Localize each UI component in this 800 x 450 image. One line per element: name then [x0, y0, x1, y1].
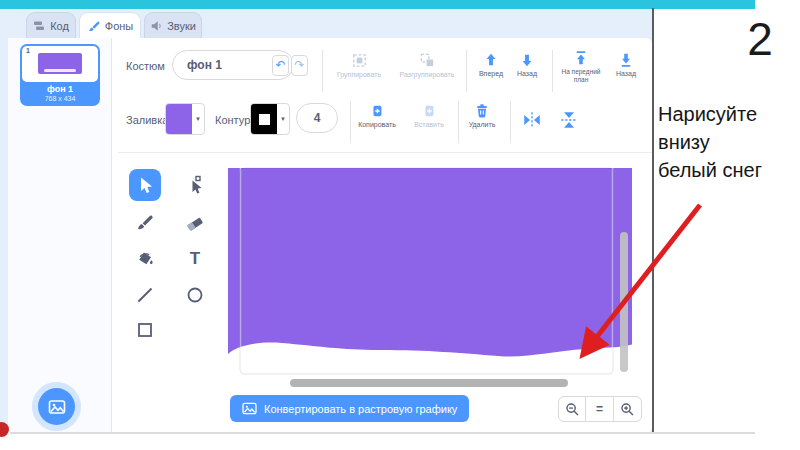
note-line-2: внизу: [658, 128, 798, 156]
fill-label: Заливка: [126, 114, 168, 126]
undo-button[interactable]: ↶: [272, 55, 289, 76]
flip-vertical-button[interactable]: [556, 108, 582, 134]
ungroup-label: Разгруппировать: [400, 71, 455, 79]
divider: [322, 50, 323, 92]
rectangle-icon: [135, 320, 155, 340]
backdrop-size: 768 x 434: [22, 94, 98, 103]
copy-icon: [369, 103, 385, 119]
bring-to-front-label: На передний план: [558, 68, 604, 83]
note-line-3: белый снег: [658, 156, 798, 184]
divider: [350, 101, 351, 143]
zoom-in-button[interactable]: [613, 396, 642, 422]
backdrop-thumbnail-image: [38, 53, 82, 74]
copy-label: Копировать: [358, 121, 396, 129]
paintbrush-icon: [87, 20, 100, 33]
brush-tool[interactable]: [129, 207, 161, 239]
convert-to-bitmap-label: Конвертировать в растровую графику: [264, 403, 457, 415]
send-to-back-button[interactable]: Назад: [606, 52, 646, 78]
backdrop-name: фон 1: [22, 84, 98, 94]
delete-button[interactable]: Удалить: [462, 103, 502, 129]
divider: [510, 101, 511, 143]
eraser-icon: [185, 213, 205, 233]
backdrop-image-icon: [48, 399, 66, 415]
group-button[interactable]: Группировать: [332, 52, 386, 79]
backdrop-list-item[interactable]: 1 фон 1 768 x 434: [20, 44, 100, 106]
bitmap-image-icon: [242, 402, 257, 415]
costume-label: Костюм: [126, 60, 165, 72]
backward-button[interactable]: Назад: [508, 52, 546, 78]
trash-icon: [474, 103, 490, 119]
zoom-in-icon: [620, 402, 635, 417]
paste-label: Вставить: [414, 121, 444, 129]
note-line-1: Нарисуйте: [658, 100, 798, 128]
eraser-tool[interactable]: [179, 207, 211, 239]
arrow-up-icon: [483, 52, 499, 68]
zoom-reset-button[interactable]: =: [585, 396, 614, 422]
paste-button[interactable]: Вставить: [406, 103, 452, 129]
tab-backdrops-label: Фоны: [105, 20, 133, 32]
screenshot-bottom-edge: [10, 432, 755, 434]
thumbnail-snow-strip: [44, 69, 76, 72]
zoom-out-button[interactable]: [558, 396, 587, 422]
ungroup-icon: [419, 52, 436, 69]
convert-to-bitmap-button[interactable]: Конвертировать в растровую графику: [230, 395, 469, 422]
select-tool[interactable]: [129, 169, 161, 201]
paint-canvas[interactable]: [228, 163, 632, 392]
stroke-width-input[interactable]: [296, 103, 338, 133]
delete-label: Удалить: [469, 121, 496, 129]
toolbar-bottom-divider: [118, 152, 652, 153]
canvas-vertical-scrollbar[interactable]: [620, 232, 628, 372]
group-label: Группировать: [337, 71, 381, 79]
chevron-down-icon: ▼: [192, 116, 204, 122]
step-number: 2: [732, 12, 788, 66]
group-icon: [351, 52, 368, 69]
flip-horizontal-button[interactable]: [519, 108, 545, 134]
reshape-cursor-icon: [185, 175, 205, 195]
line-tool[interactable]: [129, 279, 161, 311]
outline-swatch-center: [259, 114, 270, 125]
screenshot-root: Код Фоны Звуки 1 фон 1 768 x 434: [0, 0, 800, 450]
redo-button[interactable]: ↷: [291, 55, 308, 76]
reshape-tool[interactable]: [179, 169, 211, 201]
arrow-up-to-bar-icon: [573, 50, 589, 66]
speaker-icon: [150, 20, 162, 32]
ungroup-button[interactable]: Разгруппировать: [394, 52, 460, 79]
brush-icon: [135, 213, 155, 233]
text-tool-glyph: T: [190, 250, 200, 267]
code-blocks-icon: [33, 20, 45, 32]
paint-bucket-icon: [135, 248, 155, 268]
divider: [458, 101, 459, 143]
circle-icon: [185, 285, 205, 305]
text-tool[interactable]: T: [179, 242, 211, 274]
line-icon: [135, 285, 155, 305]
arrow-down-icon: [519, 52, 535, 68]
canvas-horizontal-scrollbar[interactable]: [290, 379, 568, 387]
tab-code[interactable]: Код: [26, 12, 76, 39]
tab-sounds-label: Звуки: [167, 20, 196, 32]
circle-tool[interactable]: [179, 279, 211, 311]
outline-color-picker[interactable]: ▼: [250, 103, 290, 135]
backdrop-thumbnail: 1: [22, 46, 98, 82]
outline-color-swatch: [251, 104, 277, 134]
scratch-top-menubar: [0, 0, 755, 9]
backward-label: Назад: [517, 70, 537, 78]
chevron-down-icon: ▼: [277, 116, 289, 122]
arrow-down-to-bar-icon: [618, 52, 634, 68]
bring-to-front-button[interactable]: На передний план: [558, 50, 604, 83]
outline-label: Контур: [215, 114, 250, 126]
send-to-back-label: Назад: [616, 70, 636, 78]
fill-color-picker[interactable]: ▼: [165, 103, 205, 135]
forward-button[interactable]: Вперед: [472, 52, 510, 78]
fill-color-swatch: [166, 104, 192, 134]
zoom-out-icon: [565, 402, 580, 417]
tab-sounds[interactable]: Звуки: [144, 12, 202, 39]
rectangle-tool[interactable]: [129, 314, 161, 346]
add-backdrop-button[interactable]: [38, 388, 75, 425]
fill-tool[interactable]: [129, 242, 161, 274]
backdrop-index: 1: [26, 47, 30, 54]
flip-vertical-icon: [559, 110, 579, 130]
copy-button[interactable]: Копировать: [352, 103, 402, 129]
forward-label: Вперед: [479, 70, 503, 78]
red-dot-marker: [0, 422, 9, 437]
tab-backdrops[interactable]: Фоны: [79, 12, 141, 39]
